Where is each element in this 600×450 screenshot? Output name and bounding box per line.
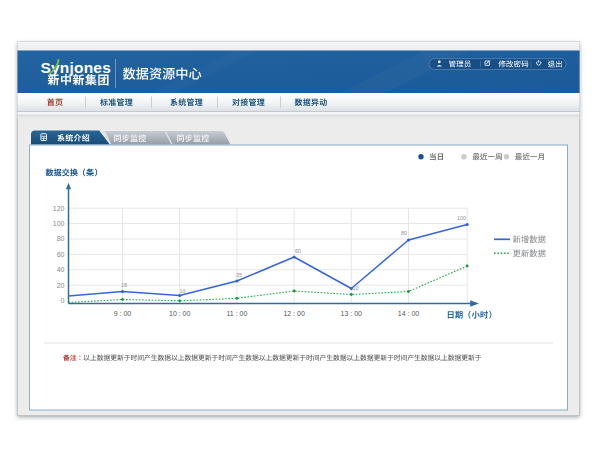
svg-text:0: 0 bbox=[61, 297, 65, 304]
svg-text:18: 18 bbox=[121, 282, 127, 288]
svg-text:40: 40 bbox=[57, 266, 65, 273]
svg-text:14 : 00: 14 : 00 bbox=[398, 310, 420, 317]
svg-text:60: 60 bbox=[295, 248, 301, 254]
svg-text:80: 80 bbox=[57, 235, 65, 242]
svg-text:11 : 00: 11 : 00 bbox=[226, 310, 247, 317]
svg-text:35: 35 bbox=[236, 272, 242, 278]
svg-text:10 : 00: 10 : 00 bbox=[169, 310, 191, 317]
svg-text:10: 10 bbox=[353, 285, 359, 291]
svg-text:80: 80 bbox=[401, 230, 407, 236]
svg-text:10: 10 bbox=[180, 288, 186, 294]
svg-text:120: 120 bbox=[53, 205, 65, 212]
svg-text:20: 20 bbox=[57, 282, 65, 289]
svg-text:100: 100 bbox=[53, 220, 65, 227]
svg-text:13 : 00: 13 : 00 bbox=[341, 310, 363, 317]
svg-text:60: 60 bbox=[57, 251, 65, 258]
svg-text:12 : 00: 12 : 00 bbox=[283, 310, 305, 317]
svg-text:9 : 00: 9 : 00 bbox=[114, 310, 132, 317]
svg-text:100: 100 bbox=[457, 215, 466, 221]
